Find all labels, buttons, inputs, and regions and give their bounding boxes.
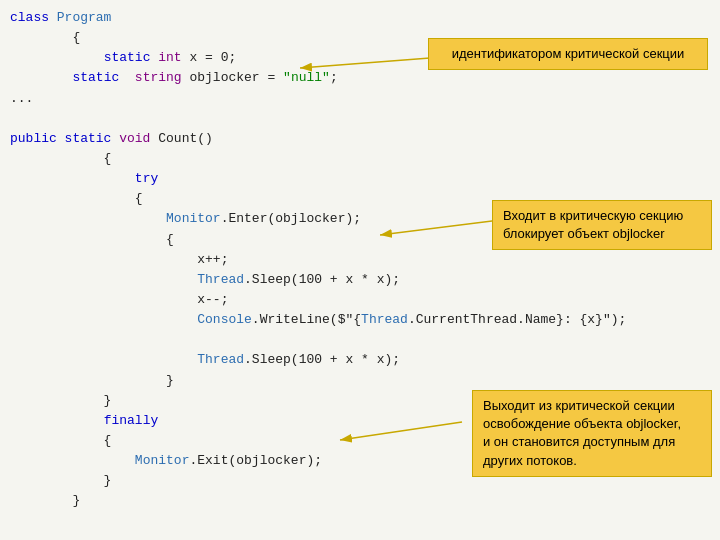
code-line-9: try	[10, 169, 710, 189]
code-line-8: {	[10, 149, 710, 169]
classname-program: Program	[57, 10, 112, 25]
tooltip-critical-section-id: идентификатором критической секции	[428, 38, 708, 70]
code-line-5: ...	[10, 89, 710, 109]
code-line-7: public static void Count()	[10, 129, 710, 149]
code-line-19: }	[10, 371, 710, 391]
tooltip-exits-critical: Выходит из критической секции освобожден…	[472, 390, 712, 477]
code-line-14: Thread.Sleep(100 + x * x);	[10, 270, 710, 290]
code-line-4: static string objlocker = "null";	[10, 68, 710, 88]
code-line-1: class Program	[10, 8, 710, 28]
code-line-25: }	[10, 491, 710, 511]
code-line-6	[10, 109, 710, 129]
keyword-class: class	[10, 10, 57, 25]
code-line-15: x--;	[10, 290, 710, 310]
code-line-16: Console.WriteLine($"{Thread.CurrentThrea…	[10, 310, 710, 330]
code-line-13: x++;	[10, 250, 710, 270]
tooltip-enters-critical: Входит в критическую секцию блокирует об…	[492, 200, 712, 250]
code-line-18: Thread.Sleep(100 + x * x);	[10, 350, 710, 370]
code-line-17	[10, 330, 710, 350]
